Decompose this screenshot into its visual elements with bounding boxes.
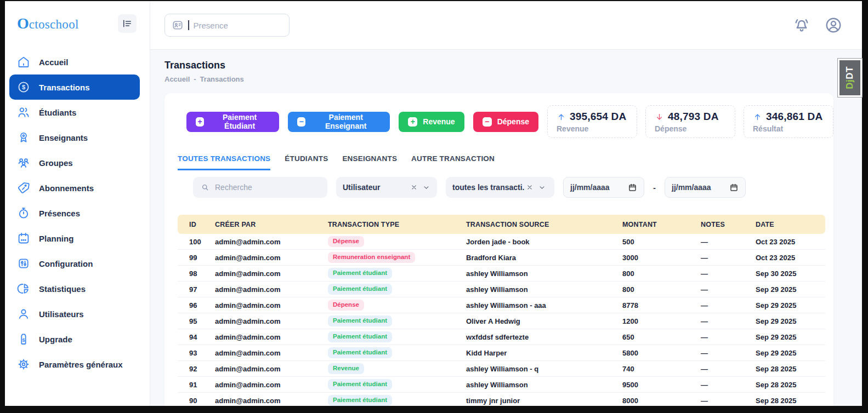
- cell-date: Sep 29 2025: [744, 282, 825, 297]
- cell-id: 99: [178, 250, 203, 266]
- cell-source: Oliver A Hedwig: [455, 313, 611, 329]
- revenue-button[interactable]: + Revenue: [399, 112, 464, 132]
- breadcrumb-accueil[interactable]: Accueil: [164, 75, 190, 83]
- calendar-icon[interactable]: [628, 183, 637, 192]
- cell-notes: —: [689, 266, 744, 282]
- cell-id: 92: [178, 361, 203, 377]
- minus-icon: −: [483, 117, 492, 127]
- dollar-circle-icon: $: [17, 81, 30, 94]
- tab-enseignants[interactable]: ENSEIGNANTS: [342, 154, 397, 170]
- column-header: TRANSACTION TYPE: [316, 215, 455, 234]
- sidebar-item-configuration[interactable]: Configuration: [9, 251, 140, 276]
- cell-id: 100: [178, 234, 203, 250]
- user-avatar-icon[interactable]: [825, 16, 842, 34]
- table-row[interactable]: 93 admin@admin.com Paiement étudiant Kid…: [178, 345, 825, 361]
- sidebar-item-abonnements[interactable]: Abonnements: [9, 175, 140, 200]
- table-row[interactable]: 90 admin@admin.com Paiement étudiant tim…: [178, 393, 825, 406]
- sidebar-item-upgrade[interactable]: $ Upgrade: [9, 326, 140, 352]
- table-row[interactable]: 92 admin@admin.com Revenue ashley Willia…: [178, 361, 825, 377]
- transaction-type-badge: Paiement étudiant: [328, 284, 392, 295]
- column-header: ID: [178, 215, 203, 234]
- table-row[interactable]: 95 admin@admin.com Paiement étudiant Oli…: [178, 313, 825, 329]
- cell-type: Dépense: [316, 234, 455, 250]
- sidebar-item-etudiants[interactable]: Étudiants: [9, 100, 140, 125]
- cell-notes: —: [689, 297, 744, 313]
- date-to-input[interactable]: jj/mm/aaaa: [665, 177, 746, 198]
- date-from-input[interactable]: jj/mm/aaaa: [563, 177, 644, 198]
- debug-toolbar-handle[interactable]: DjDT: [838, 59, 862, 97]
- sidebar-item-utilisateurs[interactable]: Utilisateurs: [9, 301, 140, 326]
- table-row[interactable]: 94 admin@admin.com Paiement étudiant wxf…: [178, 329, 825, 345]
- sidebar-item-planning[interactable]: Planning: [9, 226, 140, 251]
- topbar-search-input[interactable]: Presence: [164, 14, 290, 37]
- sidebar-item-presences[interactable]: Présences: [9, 200, 140, 226]
- text-caret: [188, 20, 189, 30]
- sidebar-toggle-button[interactable]: [118, 14, 137, 33]
- group-icon: [17, 156, 30, 169]
- cell-notes: —: [689, 234, 744, 250]
- cell-type: Revenue: [316, 361, 455, 377]
- sidebar-nav: Accueil $ Transactions Étudiants Enseign…: [5, 49, 150, 377]
- table-row[interactable]: 98 admin@admin.com Paiement étudiant ash…: [178, 266, 825, 282]
- cell-id: 90: [178, 393, 203, 406]
- cell-date: Sep 28 2025: [744, 393, 825, 406]
- table-body: 100 admin@admin.com Dépense Jorden jade …: [178, 234, 825, 406]
- table-row[interactable]: 96 admin@admin.com Dépense ashley Willia…: [178, 297, 825, 313]
- user-filter-select[interactable]: Utilisateur: [336, 177, 437, 198]
- paiement-enseignant-button[interactable]: − Paiement Enseignant: [288, 112, 390, 132]
- svg-text:$: $: [22, 337, 25, 343]
- paiement-etudiant-button[interactable]: + Paiement Étudiant: [186, 112, 279, 132]
- sidebar-item-transactions[interactable]: $ Transactions: [9, 74, 140, 100]
- tab-etudiants[interactable]: ÉTUDIANTS: [285, 154, 328, 170]
- depense-button[interactable]: − Dépense: [473, 112, 538, 132]
- transactions-card: + Paiement Étudiant − Paiement Enseignan…: [164, 93, 833, 406]
- user-icon: [17, 307, 30, 320]
- sidebar-item-accueil[interactable]: Accueil: [9, 49, 140, 74]
- home-icon: [17, 55, 30, 68]
- cell-source: ashley Williamson - aaa: [455, 297, 611, 313]
- arrow-up-icon: [557, 112, 566, 122]
- cell-notes: —: [689, 282, 744, 297]
- table-row[interactable]: 91 admin@admin.com Paiement étudiant ash…: [178, 377, 825, 393]
- breadcrumb-separator: -: [194, 75, 196, 83]
- price-tag-icon: $: [17, 332, 30, 346]
- arrow-down-icon: [655, 112, 664, 122]
- transaction-type-filter-select[interactable]: toutes les transacti.: [446, 177, 554, 198]
- cell-creator: admin@admin.com: [203, 266, 316, 282]
- cell-type: Remuneration enseignant: [316, 250, 455, 266]
- stat-label: Dépense: [655, 124, 726, 133]
- search-icon: [200, 182, 210, 192]
- id-badge-icon: [172, 19, 184, 31]
- cell-creator: admin@admin.com: [203, 377, 316, 393]
- table-row[interactable]: 97 admin@admin.com Paiement étudiant ash…: [178, 282, 825, 297]
- calendar-icon[interactable]: [729, 183, 739, 192]
- notifications-bell-icon[interactable]: [793, 16, 810, 34]
- breadcrumb: Accueil - Transactions: [164, 75, 862, 83]
- tabs: TOUTES TRANSACTIONSÉTUDIANTSENSEIGNANTSA…: [164, 138, 833, 170]
- cell-type: Paiement étudiant: [316, 313, 455, 329]
- tab-toutes-transactions[interactable]: TOUTES TRANSACTIONS: [178, 154, 270, 170]
- clear-filter-icon[interactable]: [526, 183, 534, 191]
- transaction-type-badge: Paiement étudiant: [328, 268, 392, 279]
- table-row[interactable]: 100 admin@admin.com Dépense Jorden jade …: [178, 234, 825, 250]
- transaction-type-badge: Paiement étudiant: [328, 395, 392, 406]
- svg-text:$: $: [22, 84, 25, 90]
- user-filter-value: Utilisateur: [343, 183, 410, 192]
- window-frame-bottom: [0, 406, 868, 413]
- clear-filter-icon[interactable]: [410, 183, 418, 191]
- medal-icon: [17, 131, 30, 144]
- table-row[interactable]: 99 admin@admin.com Remuneration enseigna…: [178, 250, 825, 266]
- cell-date: Sep 30 2025: [744, 266, 825, 282]
- sidebar-item-parametres-generaux[interactable]: Paramètres généraux: [9, 352, 140, 377]
- sidebar-item-statistiques[interactable]: Statistiques: [9, 276, 140, 301]
- stat-label: Revenue: [557, 124, 628, 133]
- sidebar-item-groupes[interactable]: Groupes: [9, 150, 140, 175]
- stat-card-revenue: 395,654 DA Revenue: [547, 105, 637, 138]
- date-to-placeholder: jj/mm/aaaa: [672, 183, 711, 192]
- transaction-type-badge: Paiement étudiant: [328, 331, 392, 342]
- transaction-type-badge: Paiement étudiant: [328, 316, 392, 326]
- table-search-input[interactable]: Recherche: [193, 177, 327, 198]
- sidebar-item-enseignants[interactable]: Enseignants: [9, 125, 140, 150]
- tab-autre-transaction[interactable]: AUTRE TRANSACTION: [411, 154, 495, 170]
- app-logo: Octoschool: [17, 15, 79, 32]
